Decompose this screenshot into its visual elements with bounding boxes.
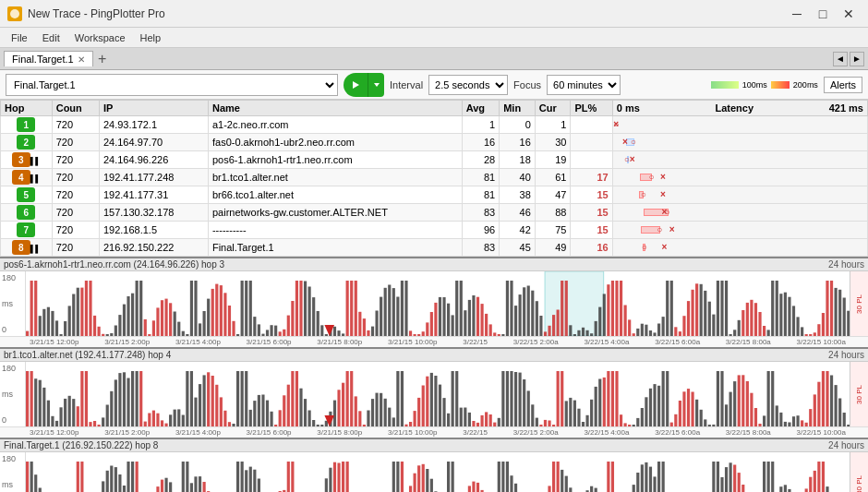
svg-rect-116: [498, 334, 500, 336]
svg-rect-370: [720, 371, 723, 426]
tab-add-button[interactable]: +: [93, 50, 112, 68]
data-table-wrapper: Hop Coun IP Name Avg Min Cur PL% 0 ms La…: [0, 100, 868, 257]
svg-rect-459: [249, 467, 252, 492]
table-row[interactable]: 5 720 192.41.177.31 br66.tco1.alter.net …: [1, 186, 868, 204]
table-row[interactable]: 6 720 157.130.32.178 pairnetworks-gw.cus…: [1, 204, 868, 222]
latency-avg-marker: ×: [660, 189, 666, 199]
target-select[interactable]: Final.Target.1: [6, 74, 338, 96]
svg-rect-407: [30, 462, 33, 492]
svg-rect-205: [26, 371, 29, 426]
svg-rect-408: [34, 474, 37, 492]
svg-rect-596: [826, 486, 828, 492]
svg-rect-249: [211, 376, 214, 426]
tab-prev-button[interactable]: ◄: [833, 52, 848, 66]
svg-rect-246: [199, 384, 201, 426]
svg-rect-458: [245, 470, 247, 492]
svg-rect-70: [304, 282, 307, 337]
svg-rect-320: [510, 371, 512, 426]
svg-rect-142: [607, 284, 609, 336]
window-title: New Trace - PingPlotter Pro: [28, 7, 785, 20]
svg-rect-121: [519, 294, 522, 336]
svg-rect-593: [814, 471, 816, 492]
svg-rect-292: [392, 417, 395, 426]
min-cell: 18: [500, 151, 536, 169]
svg-rect-430: [127, 462, 129, 492]
tab-next-button[interactable]: ►: [850, 52, 864, 66]
minimize-button[interactable]: ─: [785, 2, 809, 26]
menu-edit[interactable]: Edit: [35, 30, 67, 45]
svg-rect-396: [830, 376, 833, 427]
menu-help[interactable]: Help: [133, 30, 169, 45]
svg-rect-272: [308, 411, 311, 427]
svg-rect-342: [603, 378, 606, 426]
svg-rect-237: [161, 420, 163, 426]
svg-rect-15: [72, 294, 75, 337]
svg-rect-152: [649, 330, 652, 336]
tab-close-icon[interactable]: ✕: [78, 54, 85, 65]
svg-rect-385: [784, 422, 787, 426]
table-row[interactable]: 3▌▌ 720 24.164.96.226 pos6-1.akrnoh1-rtr…: [1, 151, 868, 169]
svg-rect-595: [822, 462, 825, 492]
svg-rect-188: [801, 327, 803, 336]
svg-rect-38: [169, 303, 172, 336]
svg-rect-368: [712, 425, 715, 426]
close-button[interactable]: ✕: [837, 2, 861, 26]
table-row[interactable]: 1 720 24.93.172.1 a1-2c.neo.rr.com 1 0 1…: [1, 116, 868, 134]
hop-number: 3: [12, 152, 30, 167]
tab-final-target[interactable]: Final.Target.1 ✕: [4, 51, 93, 66]
svg-rect-123: [527, 286, 530, 337]
latency-visual-cell: ×○: [612, 186, 867, 204]
svg-rect-86: [371, 327, 374, 336]
svg-rect-335: [573, 401, 576, 426]
table-row[interactable]: 2 720 24.164.97.70 fas0-0.akrnoh1-ubr2.n…: [1, 134, 868, 151]
svg-rect-47: [207, 299, 210, 336]
svg-rect-481: [342, 462, 344, 492]
play-dropdown-button[interactable]: [368, 73, 384, 97]
focus-select[interactable]: 60 minutes: [547, 75, 621, 95]
table-row[interactable]: 4▌▌ 720 192.41.177.248 br1.tco1.alter.ne…: [1, 169, 868, 186]
svg-rect-468: [287, 462, 290, 492]
svg-rect-195: [830, 281, 833, 336]
svg-rect-480: [337, 463, 340, 493]
svg-rect-108: [464, 310, 466, 336]
svg-rect-46: [203, 311, 206, 336]
svg-rect-145: [620, 281, 622, 336]
col-avg: Avg: [462, 101, 500, 116]
menu-file[interactable]: File: [4, 30, 35, 45]
svg-rect-119: [510, 281, 512, 336]
svg-rect-388: [796, 415, 799, 426]
svg-rect-592: [809, 477, 812, 492]
svg-rect-530: [548, 486, 550, 492]
alerts-button[interactable]: Alerts: [824, 77, 862, 93]
svg-rect-49: [215, 284, 218, 336]
svg-rect-575: [738, 473, 741, 492]
svg-rect-146: [624, 306, 627, 337]
svg-rect-179: [763, 326, 766, 336]
svg-rect-91: [392, 288, 395, 336]
app-icon: [7, 6, 22, 21]
svg-rect-555: [653, 476, 656, 492]
avg-cell: 96: [462, 222, 500, 239]
svg-rect-44: [194, 281, 197, 336]
min-cell: 46: [500, 204, 536, 222]
svg-rect-167: [712, 315, 715, 336]
svg-rect-296: [409, 422, 412, 426]
interval-select[interactable]: 2.5 seconds: [428, 75, 508, 95]
svg-rect-16: [77, 288, 79, 336]
svg-rect-143: [611, 281, 614, 336]
svg-rect-275: [320, 425, 323, 426]
menu-workspace[interactable]: Workspace: [67, 30, 133, 45]
chart-duration-0: 24 hours: [828, 259, 864, 270]
table-row[interactable]: 7 720 192.168.1.5 ---------- 96 42 75 15…: [1, 222, 868, 239]
play-button[interactable]: [344, 73, 368, 97]
svg-rect-354: [653, 384, 656, 426]
svg-rect-29: [131, 294, 134, 336]
svg-rect-283: [355, 396, 357, 426]
svg-rect-211: [51, 416, 54, 426]
maximize-button[interactable]: □: [811, 2, 835, 26]
svg-rect-328: [544, 420, 547, 426]
svg-rect-230: [131, 371, 134, 426]
tab-label: Final.Target.1: [12, 54, 74, 65]
table-row[interactable]: 8▌▌ 720 216.92.150.222 Final.Target.1 83…: [1, 239, 868, 257]
svg-rect-236: [156, 414, 159, 426]
